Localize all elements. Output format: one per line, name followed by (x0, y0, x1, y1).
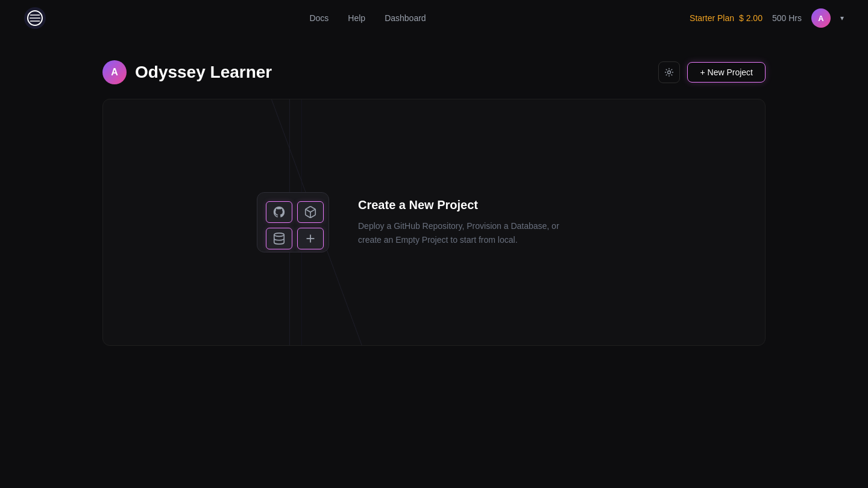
page-title-group: A Odyssey Learner (102, 60, 272, 84)
starter-plan[interactable]: Starter Plan $ 2.00 (690, 13, 763, 23)
plan-label: Starter Plan (690, 13, 734, 23)
settings-button[interactable] (658, 61, 680, 83)
empty-state-description: Deploy a GitHub Repository, Provision a … (358, 219, 563, 246)
page-header: A Odyssey Learner + New Project (102, 60, 766, 84)
logo[interactable] (24, 7, 46, 29)
plus-icon-cell (297, 228, 324, 249)
logo-icon (24, 7, 46, 29)
new-project-button[interactable]: + New Project (687, 62, 766, 83)
database-icon-cell (266, 228, 292, 249)
user-avatar[interactable]: A (811, 8, 831, 28)
package-icon-cell (297, 201, 324, 223)
header-actions: + New Project (658, 61, 766, 83)
page-title: Odyssey Learner (135, 63, 272, 82)
nav-help[interactable]: Help (348, 13, 365, 23)
nav-docs[interactable]: Docs (309, 13, 329, 23)
chevron-down-icon[interactable]: ▾ (840, 14, 844, 22)
plan-hours: 500 Hrs (772, 13, 802, 23)
nav-dashboard[interactable]: Dashboard (385, 13, 426, 23)
empty-state-text: Create a New Project Deploy a GitHub Rep… (358, 198, 563, 246)
projects-area: Create a New Project Deploy a GitHub Rep… (102, 99, 766, 346)
svg-point-5 (668, 71, 671, 74)
empty-state-title: Create a New Project (358, 198, 563, 212)
svg-point-10 (274, 233, 285, 237)
plan-price: $ 2.00 (739, 13, 763, 23)
project-icons-grid (257, 192, 329, 252)
avatar: A (102, 60, 127, 84)
gear-icon (664, 67, 674, 77)
navbar: Docs Help Dashboard Starter Plan $ 2.00 … (0, 0, 868, 36)
nav-links: Docs Help Dashboard (309, 13, 426, 23)
nav-right: Starter Plan $ 2.00 500 Hrs A ▾ (690, 8, 844, 28)
empty-state: Create a New Project Deploy a GitHub Rep… (257, 192, 563, 252)
github-icon-cell (266, 201, 292, 223)
main-content: A Odyssey Learner + New Project (0, 36, 868, 370)
